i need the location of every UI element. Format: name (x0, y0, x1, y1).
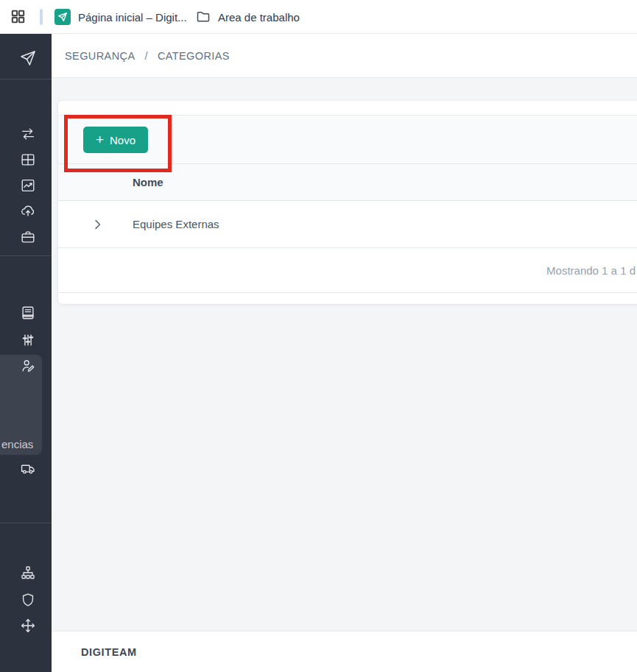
transfer-arrows-icon[interactable] (20, 126, 36, 142)
tab-label: Página inicial – Digit... (78, 11, 187, 24)
folder-icon (196, 10, 211, 24)
brand-footer: DIGITEAM (81, 646, 137, 658)
pagination-text: Mostrando 1 a 1 d (546, 264, 636, 277)
user-edit-icon[interactable] (20, 358, 36, 374)
sliders-icon[interactable] (20, 332, 36, 348)
breadcrumb-categorias[interactable]: CATEGORIAS (158, 50, 230, 62)
tab-area-de-trabalho[interactable]: Area de trabalho (196, 0, 300, 34)
annotation-highlight-box (64, 115, 172, 172)
breadcrumb-separator: / (144, 50, 147, 62)
tab-bar-divider (40, 9, 43, 25)
breadcrumb: SEGURANÇA / CATEGORIAS (52, 34, 637, 78)
cloud-upload-icon[interactable] (20, 203, 36, 219)
pagination-bar: Mostrando 1 a 1 d (58, 248, 637, 293)
app-logo-send-icon[interactable] (19, 49, 37, 67)
sidebar-divider (0, 523, 52, 523)
breadcrumb-seguranca[interactable]: SEGURANÇA (65, 50, 135, 62)
table-grid-icon[interactable] (20, 152, 36, 168)
sidebar: encias (0, 34, 52, 672)
table-row[interactable]: Equipes Externas (58, 201, 637, 248)
tab-pagina-inicial[interactable]: Página inicial – Digit... (54, 0, 187, 34)
shield-icon[interactable] (20, 592, 36, 608)
truck-icon[interactable] (20, 461, 36, 477)
top-tab-bar: Página inicial – Digit... Area de trabal… (0, 0, 637, 34)
briefcase-icon[interactable] (20, 229, 36, 245)
page-footer: DIGITEAM (52, 631, 637, 672)
content-area: + Novo Nome Equipes Externas Mostrando 1… (52, 78, 637, 631)
tab-label: Area de trabalho (218, 11, 300, 24)
move-icon[interactable] (20, 618, 36, 634)
app-grid-icon[interactable] (10, 9, 26, 24)
row-name: Equipes Externas (133, 218, 219, 230)
flyout-partial-label: encias (1, 438, 33, 450)
sitemap-icon[interactable] (20, 565, 36, 581)
main-area: SEGURANÇA / CATEGORIAS + Novo Nome (52, 34, 637, 672)
chevron-right-icon[interactable] (91, 218, 105, 231)
column-header-nome: Nome (133, 176, 163, 188)
toolbar-divider (172, 116, 173, 163)
line-chart-icon[interactable] (20, 177, 36, 194)
sidebar-divider (0, 255, 52, 256)
journal-icon[interactable] (20, 305, 36, 321)
send-favicon-icon (54, 9, 71, 25)
sidebar-divider (0, 79, 52, 79)
